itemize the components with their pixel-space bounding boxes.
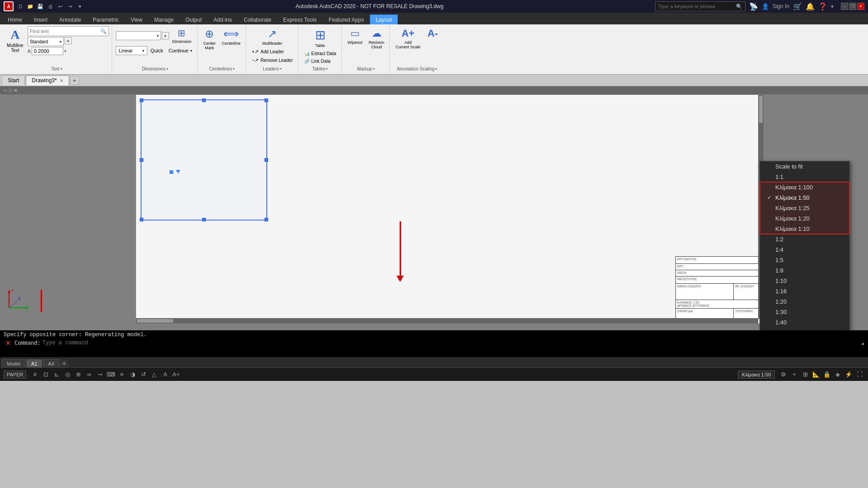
scale-1-4-item[interactable]: 1:4 — [760, 244, 849, 255]
vp-restore-btn[interactable]: □ — [9, 88, 12, 93]
text-height-input[interactable]: 0.2000 — [32, 47, 63, 55]
klimaka-20-item[interactable]: Κλίμακα 1:20 — [760, 213, 849, 224]
center-mark-btn[interactable]: ⊕ CenterMark — [201, 26, 218, 52]
handle-mr[interactable] — [264, 158, 268, 162]
scale-to-fit-item[interactable]: Scale to fit — [760, 161, 849, 172]
anno-scale-icon-btn[interactable]: A+ — [171, 370, 181, 380]
scale-1-5-item[interactable]: 1:5 — [760, 255, 849, 265]
add-current-scale-btn[interactable]: A+ AddCurrent Scale — [393, 26, 423, 51]
handle-tr[interactable] — [264, 99, 268, 102]
scale-display[interactable]: Κλίμακα 1:50 — [738, 371, 775, 379]
tab-manage[interactable]: Manage — [148, 14, 179, 24]
store-btn[interactable]: 🛒 — [793, 2, 802, 11]
markup-expand-icon[interactable]: ▾ — [373, 67, 375, 71]
tab-view[interactable]: View — [125, 14, 148, 24]
handle-tl[interactable] — [140, 99, 143, 102]
keyword-input[interactable] — [658, 4, 734, 9]
tab-drawing3[interactable]: Drawing3* ✕ — [26, 75, 69, 85]
centerlines-expand-icon[interactable]: ▾ — [233, 67, 235, 71]
scale-1-10-item[interactable]: 1:10 — [760, 276, 849, 286]
mtext-square[interactable] — [170, 170, 173, 174]
polar-icon-btn[interactable]: ◎ — [62, 370, 72, 380]
tables-expand-icon[interactable]: ▾ — [326, 67, 328, 71]
isolate-icon-btn[interactable]: ◈ — [833, 370, 843, 380]
handle-tm[interactable] — [202, 99, 206, 102]
wipeout-btn[interactable]: ▭ Wipeout — [345, 26, 365, 46]
units-icon-btn[interactable]: 📐 — [811, 370, 821, 380]
scale-1-16-item[interactable]: 1:16 — [760, 286, 849, 296]
annotative-btn[interactable]: A — [65, 37, 72, 44]
klimaka-50-item[interactable]: ✓ Κλίμακα 1:50 — [760, 192, 849, 203]
find-text-input[interactable] — [30, 28, 99, 34]
scale-1-20-item[interactable]: 1:20 — [760, 296, 849, 307]
scale-1-1-item[interactable]: 1:1 — [760, 172, 849, 182]
handle-bl[interactable] — [140, 218, 143, 221]
tab-home[interactable]: Home — [2, 14, 28, 24]
grid-icon-btn[interactable]: # — [30, 370, 40, 380]
tab-featured-apps[interactable]: Featured Apps — [323, 14, 370, 24]
link-data-btn[interactable]: 🔗 Link Data — [302, 58, 339, 65]
minimize-btn[interactable]: ─ — [841, 3, 848, 10]
layout-tab-a1[interactable]: A1 — [26, 359, 42, 367]
layout-add-btn[interactable]: + — [60, 359, 68, 367]
qa-new-btn[interactable]: 🗋 — [16, 2, 24, 10]
tab-insert[interactable]: Insert — [28, 14, 53, 24]
command-input[interactable] — [42, 340, 860, 346]
qa-redo-btn[interactable]: ↪ — [66, 2, 74, 10]
scale-1-8-item[interactable]: 1:8 — [760, 265, 849, 276]
dimension-btn[interactable]: ⊞ Dimension — [170, 26, 194, 45]
tab-drawing3-close[interactable]: ✕ — [60, 78, 63, 83]
layout-tab-a4[interactable]: A4 — [43, 359, 59, 367]
tab-start[interactable]: Start — [2, 75, 25, 85]
user-icon[interactable]: 👤 — [762, 3, 769, 10]
klimaka-100-item[interactable]: Κλίμακα 1:100 — [760, 182, 849, 192]
workspace-icon-btn[interactable]: ⊞ — [800, 370, 810, 380]
layout-tab-model[interactable]: Model — [2, 359, 25, 367]
anno-vis-icon-btn[interactable]: A — [160, 370, 170, 380]
quick-btn[interactable]: Quick — [148, 47, 165, 54]
handle-ml[interactable] — [140, 158, 143, 162]
qa-open-btn[interactable]: 📁 — [26, 2, 34, 10]
tab-output[interactable]: Output — [179, 14, 208, 24]
extract-data-btn[interactable]: 📊 Extract Data — [302, 50, 339, 57]
new-tab-btn[interactable]: + — [70, 76, 79, 85]
vp-minimize-btn[interactable]: ─ — [4, 88, 7, 93]
anno-mon-icon-btn[interactable]: △ — [149, 370, 159, 380]
ucs-icon-btn[interactable]: ⊸ — [95, 370, 105, 380]
annotation-scaling-expand-icon[interactable]: ▾ — [435, 67, 437, 71]
multiline-text-btn[interactable]: A MultilineText — [5, 26, 26, 54]
restore-btn[interactable]: ❐ — [849, 3, 856, 10]
handle-bm[interactable] — [202, 218, 206, 221]
text-height-expand[interactable]: ▾ — [64, 49, 66, 53]
tab-collaborate[interactable]: Collaborate — [238, 14, 277, 24]
handle-br[interactable] — [264, 218, 268, 221]
continue-btn[interactable]: Continue ▾ — [166, 47, 194, 54]
clean-screen-icon-btn[interactable]: ⛶ — [854, 370, 864, 380]
help-btn[interactable]: ❓ — [818, 2, 827, 11]
klimaka-10-item[interactable]: Κλίμακα 1:10 — [760, 224, 849, 234]
lw-icon-btn[interactable]: ≡ — [117, 370, 127, 380]
table-btn[interactable]: ⊞ Table — [302, 26, 339, 49]
dropdown-btn[interactable]: ▾ — [831, 4, 834, 9]
tab-layout[interactable]: Layout — [370, 14, 398, 24]
paper-btn[interactable]: PAPER — [4, 371, 26, 379]
qa-undo-btn[interactable]: ↩ — [56, 2, 64, 10]
ortho-icon-btn[interactable]: ⊾ — [52, 370, 61, 380]
notifications-btn[interactable]: 🔔 — [806, 2, 815, 11]
otrack-icon-btn[interactable]: ∞ — [84, 370, 94, 380]
communication-icon[interactable]: 📡 — [749, 2, 758, 11]
tab-parametric[interactable]: Parametric — [87, 14, 125, 24]
qa-save-btn[interactable]: 💾 — [36, 2, 44, 10]
scale-1-40-item[interactable]: 1:40 — [760, 317, 849, 328]
sel-icon-btn[interactable]: ↺ — [138, 370, 148, 380]
tab-express-tools[interactable]: Express Tools — [277, 14, 322, 24]
close-btn[interactable]: ✕ — [857, 3, 864, 10]
tab-addins[interactable]: Add-ins — [208, 14, 238, 24]
osnap-icon-btn[interactable]: ⊕ — [73, 370, 83, 380]
add-leader-btn[interactable]: +↗ Add Leader — [250, 48, 286, 56]
tab-annotate[interactable]: Annotate — [53, 14, 87, 24]
vp-close-btn[interactable]: ✕ — [14, 88, 18, 94]
linear-dropdown[interactable]: Linear ▾ — [116, 46, 147, 55]
annotative-dim-btn[interactable]: A — [162, 32, 169, 39]
dyn-icon-btn[interactable]: ⌨ — [106, 370, 116, 380]
